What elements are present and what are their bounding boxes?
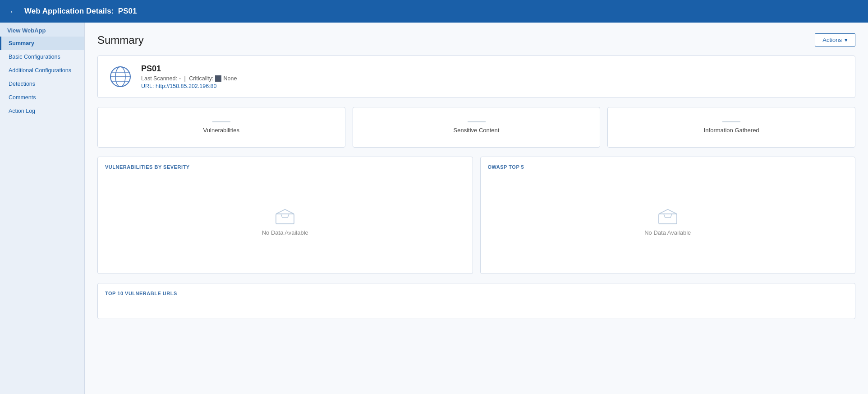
- no-data-owasp: No Data Available: [644, 229, 691, 236]
- sidebar-item-additional-configurations[interactable]: Additional Configurations: [0, 64, 84, 77]
- back-button[interactable]: ←: [9, 6, 18, 17]
- no-data-vuln: No Data Available: [262, 229, 308, 236]
- sidebar-section-view-webapp[interactable]: View WebApp: [0, 23, 84, 37]
- globe-icon: [109, 65, 132, 88]
- bottom-card-title: TOP 10 VULNERABLE URLS: [105, 291, 848, 296]
- stat-card-vulnerabilities[interactable]: Vulnerabilities: [97, 107, 345, 148]
- header: ← Web Application Details: PS01: [0, 0, 868, 23]
- chart-vulnerabilities-by-severity: VULNERABILITIES BY SEVERITY No Data Avai…: [97, 157, 473, 274]
- sidebar-item-action-log[interactable]: Action Log: [0, 104, 84, 118]
- app-meta-row: Last Scanned: - | Criticality: None: [141, 75, 237, 82]
- chart-owasp-body: No Data Available: [488, 175, 848, 266]
- sidebar: View WebApp Summary Basic Configurations…: [0, 23, 85, 394]
- stat-label-information-gathered: Information Gathered: [704, 127, 759, 134]
- header-title: Web Application Details: PS01: [24, 7, 137, 16]
- chart-vuln-body: No Data Available: [105, 175, 465, 266]
- stat-card-sensitive-content[interactable]: Sensitive Content: [353, 107, 601, 148]
- stat-divider: [212, 121, 230, 122]
- chart-owasp-top5: OWASP TOP 5 No Data Available: [480, 157, 856, 274]
- sidebar-item-comments[interactable]: Comments: [0, 91, 84, 104]
- app-url-row: URL: http://158.85.202.196:80: [141, 83, 237, 89]
- empty-box-icon-owasp: [656, 206, 680, 226]
- bottom-card-top10-urls: TOP 10 VULNERABLE URLS: [97, 283, 855, 319]
- app-info-card: PS01 Last Scanned: - | Criticality: None…: [97, 56, 855, 98]
- empty-box-icon: [273, 206, 297, 226]
- charts-row: VULNERABILITIES BY SEVERITY No Data Avai…: [97, 157, 855, 274]
- svg-rect-7: [659, 214, 677, 224]
- chart-vuln-title: VULNERABILITIES BY SEVERITY: [105, 164, 465, 170]
- stat-divider: [722, 121, 740, 122]
- main-content: Summary Actions ▾ PS01 Last Scann: [85, 23, 868, 394]
- stat-card-information-gathered[interactable]: Information Gathered: [607, 107, 855, 148]
- page-title: Summary: [97, 34, 144, 46]
- app-name: PS01: [141, 64, 237, 74]
- stat-label-vulnerabilities: Vulnerabilities: [203, 127, 239, 134]
- sidebar-item-detections[interactable]: Detections: [0, 77, 84, 91]
- sidebar-item-summary[interactable]: Summary: [0, 37, 84, 50]
- app-info-text: PS01 Last Scanned: - | Criticality: None…: [141, 64, 237, 89]
- page-title-row: Summary Actions ▾: [97, 33, 855, 46]
- actions-button[interactable]: Actions ▾: [815, 33, 855, 46]
- stat-cards-row: Vulnerabilities Sensitive Content Inform…: [97, 107, 855, 148]
- stat-divider: [468, 121, 486, 122]
- criticality-box: [215, 75, 221, 82]
- body: View WebApp Summary Basic Configurations…: [0, 23, 868, 394]
- chart-owasp-title: OWASP TOP 5: [488, 164, 848, 170]
- svg-rect-5: [276, 214, 294, 224]
- stat-label-sensitive-content: Sensitive Content: [454, 127, 500, 134]
- sidebar-item-basic-configurations[interactable]: Basic Configurations: [0, 50, 84, 64]
